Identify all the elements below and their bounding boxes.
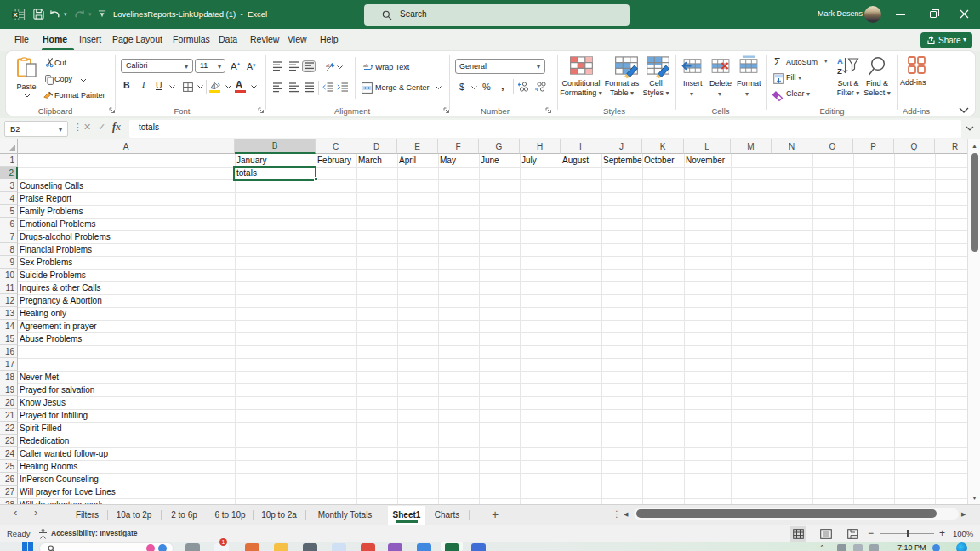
svg-text:Z: Z bbox=[837, 66, 842, 76]
svg-text:A: A bbox=[837, 56, 843, 65]
svg-text:ab: ab bbox=[326, 63, 331, 68]
svg-text:ab: ab bbox=[363, 63, 368, 68]
svg-text:X: X bbox=[13, 11, 17, 19]
